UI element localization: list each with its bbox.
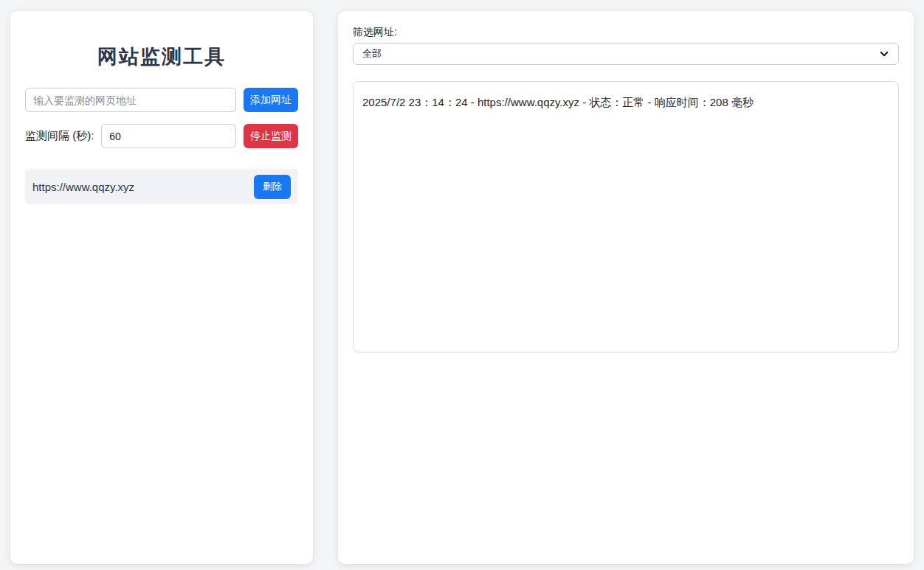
site-list-item: https://www.qqzy.xyz 删除	[25, 169, 298, 204]
add-url-button[interactable]: 添加网址	[244, 88, 298, 112]
interval-input[interactable]	[101, 124, 236, 148]
filter-select[interactable]: 全部	[353, 43, 899, 65]
chevron-down-icon	[879, 49, 889, 59]
add-url-row: 添加网址	[25, 88, 298, 112]
log-panel: 筛选网址: 全部 2025/7/2 23：14：24 - https://www…	[338, 11, 914, 564]
filter-label: 筛选网址:	[353, 26, 899, 39]
site-url: https://www.qqzy.xyz	[32, 181, 134, 193]
page-title: 网站监测工具	[25, 45, 298, 69]
filter-selected-value: 全部	[362, 47, 382, 60]
log-output[interactable]: 2025/7/2 23：14：24 - https://www.qqzy.xyz…	[353, 81, 899, 352]
page: 网站监测工具 添加网址 监测间隔 (秒): 停止监测 https://www.q…	[0, 0, 924, 570]
delete-site-button[interactable]: 删除	[254, 175, 291, 199]
url-input[interactable]	[25, 88, 236, 112]
stop-monitor-button[interactable]: 停止监测	[244, 124, 298, 148]
monitor-panel: 网站监测工具 添加网址 监测间隔 (秒): 停止监测 https://www.q…	[10, 11, 313, 564]
log-entry: 2025/7/2 23：14：24 - https://www.qqzy.xyz…	[362, 95, 889, 110]
interval-label: 监测间隔 (秒):	[25, 129, 94, 143]
interval-row: 监测间隔 (秒): 停止监测	[25, 124, 298, 148]
